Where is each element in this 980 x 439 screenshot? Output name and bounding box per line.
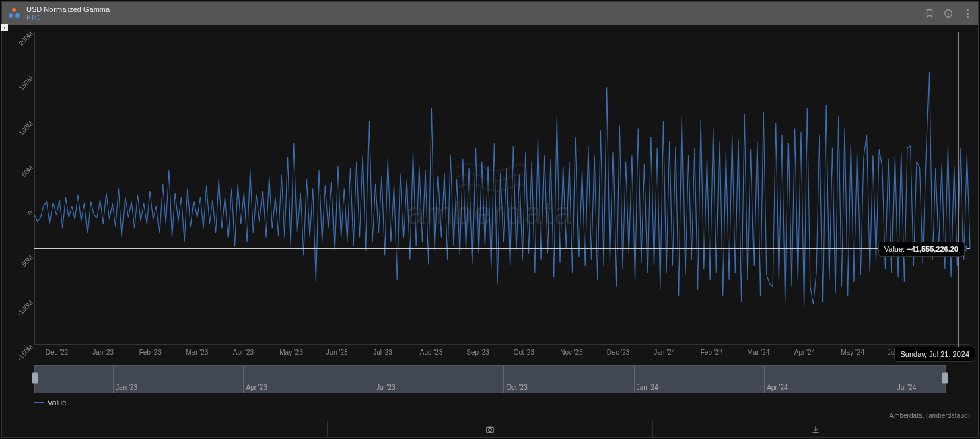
x-axis-tick: Oct '23 (514, 349, 534, 356)
x-axis-tick: Aug '23 (420, 349, 443, 356)
x-axis-tick: Jan '24 (654, 349, 675, 356)
footer-cell-1[interactable] (2, 421, 328, 437)
chart-title: USD Normalized Gamma (26, 5, 110, 13)
crosshair-vertical (958, 32, 959, 355)
navigator-tick: Jul '23 (376, 384, 396, 391)
x-axis-tick: Jun '23 (326, 349, 348, 356)
expand-sidebar-button[interactable]: › (1, 24, 8, 31)
bookmark-icon[interactable] (924, 8, 935, 19)
x-axis-tick: May '23 (279, 349, 303, 356)
x-axis-tick: Feb '24 (701, 349, 723, 356)
download-button[interactable] (653, 421, 978, 437)
legend-swatch (34, 402, 44, 403)
svg-point-2 (489, 428, 491, 431)
navigator-tick: Oct '23 (506, 384, 527, 391)
titlebar: USD Normalized Gamma BTC (2, 2, 978, 25)
navigator-handle-right[interactable] (942, 372, 948, 383)
screenshot-button[interactable] (328, 421, 654, 437)
x-axis-tick: Jul '23 (373, 349, 392, 356)
crosshair-horizontal (34, 248, 970, 249)
info-icon[interactable] (943, 8, 954, 19)
chart-plot-area[interactable]: amberdata -150M-100M-50M050M100M150M200M… (2, 25, 978, 360)
legend-label: Value (48, 399, 66, 407)
navigator-tick: Jul '24 (897, 384, 917, 391)
x-axis-tick: Mar '24 (747, 349, 769, 356)
more-menu-icon[interactable] (962, 8, 973, 19)
legend: Value (2, 395, 978, 411)
x-axis-tick: Dec '22 (46, 349, 69, 356)
tooltip-value: Value: −41,555,226.20 (878, 242, 965, 257)
x-axis-tick: Nov '23 (560, 349, 583, 356)
attribution-text: Amberdata, (amberdata.io) (2, 411, 978, 421)
x-axis-tick: Apr '24 (794, 349, 815, 356)
x-axis-tick: May '24 (841, 349, 864, 356)
amberdata-logo-icon (7, 7, 21, 20)
x-axis-tick: Sep '23 (466, 349, 489, 356)
x-axis-tick: Jan '23 (92, 349, 114, 356)
navigator-handle-left[interactable] (32, 372, 38, 383)
footer-toolbar (2, 421, 978, 437)
navigator-tick: Jan '24 (637, 384, 658, 391)
tooltip-date: Sunday, Jul 21, 2024 (894, 347, 975, 362)
range-navigator[interactable]: Jan '23Apr '23Jul '23Oct '23Jan '24Apr '… (34, 365, 946, 393)
navigator-tick: Apr '24 (767, 384, 788, 391)
x-axis-tick: Dec '23 (607, 349, 630, 356)
navigator-tick: Apr '23 (246, 384, 267, 391)
x-axis-tick: Apr '23 (233, 349, 254, 356)
x-axis-tick: Feb '23 (139, 349, 162, 356)
navigator-tick: Jan '23 (116, 384, 137, 391)
x-axis-tick: Mar '23 (186, 349, 208, 356)
chart-subtitle: BTC (26, 14, 110, 22)
